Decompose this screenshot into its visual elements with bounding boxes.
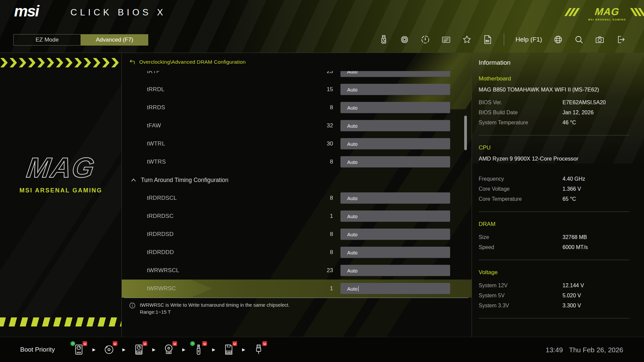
info-section-heading: CPU [479, 144, 644, 151]
scrollbar-thumb[interactable] [464, 116, 467, 150]
footer-bar: Boot Priority ✓ U ▶ U ▶ USB U ▶ USB U ▶ … [0, 337, 644, 362]
info-row: System 5V 5.020 V [479, 291, 644, 301]
setting-dropdown[interactable]: Auto [340, 138, 450, 149]
setting-row[interactable]: tRDRDSCL 8 Auto [122, 189, 472, 207]
info-row-value: 1.366 V [562, 184, 581, 194]
settings-list: tRTP 23 Auto tRRDL 15 Auto tRRDS 8 Auto … [122, 71, 472, 298]
boot-order-arrow-icon: ▶ [242, 347, 245, 352]
setting-row[interactable]: tRDRDSC 1 Auto [122, 207, 472, 225]
cpu-icon[interactable] [400, 35, 409, 45]
setting-value: 8 [310, 159, 333, 165]
setting-dropdown[interactable]: Auto [340, 156, 450, 168]
setting-dropdown[interactable]: Auto [340, 120, 450, 131]
setting-dropdown[interactable]: Auto [340, 229, 450, 240]
setting-value: 23 [310, 71, 333, 75]
setting-label: tWRWRSCL [147, 267, 179, 274]
setting-dropdown[interactable]: Auto [340, 265, 450, 276]
setting-value: 23 [310, 267, 333, 274]
toolbar-divider [504, 34, 504, 46]
info-section-subtitle: AMD Ryzen 9 9900X 12-Core Processor [479, 156, 644, 162]
settings-panel: Overclocking\Advanced DRAM Configuration… [122, 53, 472, 337]
setting-dropdown[interactable]: Auto [340, 102, 450, 113]
mode-tabs: EZ Mode Advanced (F7) [13, 34, 148, 46]
breadcrumb[interactable]: Overclocking\Advanced DRAM Configuration [129, 59, 246, 65]
setting-row[interactable]: tRDRDDD 8 Auto [122, 243, 472, 261]
setting-row[interactable]: tRDRDSD 8 Auto [122, 225, 472, 243]
boot-device-usb-floppy[interactable]: USB U [223, 343, 235, 356]
setting-row[interactable]: tWTRL 30 Auto [122, 135, 472, 153]
setting-label: tRDRDSD [147, 231, 174, 238]
setting-value: 8 [310, 249, 333, 256]
info-row-value: 4.40 GHz [562, 174, 585, 184]
info-row: Size 32768 MB [479, 232, 644, 242]
info-row: BIOS Build Date Jan 12, 2026 [479, 108, 644, 118]
setting-label: tRRDS [147, 104, 165, 111]
info-row: System 3.3V 3.300 V [479, 301, 644, 311]
setting-dropdown[interactable]: Auto [340, 84, 450, 95]
information-panel: Information Motherboard MAG B850 TOMAHAW… [472, 53, 644, 337]
boot-device-usb-cd-dvd[interactable]: USB U [163, 343, 175, 356]
info-row-label: Core Voltage [479, 184, 562, 194]
info-row: Frequency 4.40 GHz [479, 174, 644, 184]
setting-dropdown[interactable]: Auto [340, 192, 450, 204]
setting-dropdown[interactable]: Auto [340, 71, 450, 77]
setting-row[interactable]: tWTRS 8 Auto [122, 153, 472, 171]
search-icon[interactable] [574, 35, 584, 45]
setting-dropdown[interactable]: Auto [340, 210, 450, 222]
help-note: tWRWRSC is Write to Write turnaround tim… [129, 302, 289, 316]
mag-logo: MAG MSI ARSENAL GAMING [588, 6, 627, 21]
section-toggle[interactable]: Turn Around Timing Configuration [122, 171, 472, 189]
info-row-label: Frequency [479, 174, 562, 184]
decorative-slashes [567, 8, 577, 16]
info-row-label: System 3.3V [479, 301, 562, 311]
uefi-badge: U [143, 341, 147, 346]
exit-icon[interactable] [616, 35, 625, 45]
setting-row[interactable]: tRRDS 8 Auto [122, 99, 472, 117]
setting-label: tWTRS [147, 159, 166, 165]
setting-row[interactable]: tRTP 23 Auto [122, 71, 472, 80]
setting-label: tWTRL [147, 140, 165, 147]
log-icon[interactable]: LOG [483, 35, 492, 45]
setting-row[interactable]: tFAW 32 Auto [122, 117, 472, 135]
boot-device-hard-disk-drive[interactable]: ✓ U [73, 343, 85, 356]
boot-order-arrow-icon: ▶ [152, 347, 155, 352]
screenshot-icon[interactable] [595, 35, 604, 45]
tab-advanced[interactable]: Advanced (F7) [81, 34, 148, 46]
clock-time: 13:49 [546, 346, 563, 354]
info-section: CPU AMD Ryzen 9 9900X 12-Core Processor … [479, 144, 644, 212]
m-flash-icon[interactable] [379, 35, 388, 45]
divider [124, 298, 468, 298]
info-row-value: 3.300 V [562, 301, 581, 311]
language-icon[interactable] [553, 35, 563, 45]
setting-row[interactable]: tWRWRSC 1 Auto [122, 280, 472, 298]
boot-device-usb-hard-disk[interactable]: USB U [133, 343, 145, 356]
setting-row[interactable]: tRRDL 15 Auto [122, 80, 472, 99]
msi-logo: msi [14, 2, 39, 20]
boot-priority-list: ✓ U ▶ U ▶ USB U ▶ USB U ▶ ✓ U ▶ USB U ▶ … [69, 343, 268, 356]
info-row: BIOS Ver. E7E62AMSI.5A20 [479, 98, 644, 108]
setting-label: tRDRDDD [147, 249, 174, 256]
tab-ez-mode[interactable]: EZ Mode [13, 34, 81, 46]
divider [479, 260, 629, 260]
setting-row[interactable]: tWRWRSCL 23 Auto [122, 261, 472, 280]
info-row-label: Size [479, 232, 562, 242]
setting-dropdown[interactable]: Auto [340, 283, 450, 294]
divider [479, 135, 629, 135]
svg-text:USB: USB [137, 351, 141, 353]
hardware-monitor-icon[interactable] [421, 35, 430, 45]
help-button[interactable]: Help (F1) [516, 36, 542, 43]
collapse-caret-icon [130, 178, 137, 182]
sidebar: MAG MSI ARSENAL GAMING [0, 53, 122, 337]
boot-device-cd-dvd-drive[interactable]: U [103, 343, 115, 356]
uefi-badge: U [262, 341, 267, 346]
favorites-icon[interactable] [462, 35, 472, 45]
info-row: Speed 6000 MT/s [479, 242, 644, 252]
boot-device-usb-device[interactable]: U [253, 343, 265, 356]
header-toolbar: LOG Help (F1) [379, 32, 625, 47]
setting-dropdown[interactable]: Auto [340, 247, 450, 258]
memo-icon[interactable] [441, 35, 451, 45]
click-bios-x-window: msi CLICK BIOS X MAG MSI ARSENAL GAMING … [0, 0, 644, 362]
info-row-value: 12.144 V [562, 281, 584, 291]
info-section-heading: DRAM [479, 221, 644, 228]
boot-device-usb-flash-drive[interactable]: ✓ U [193, 343, 205, 356]
